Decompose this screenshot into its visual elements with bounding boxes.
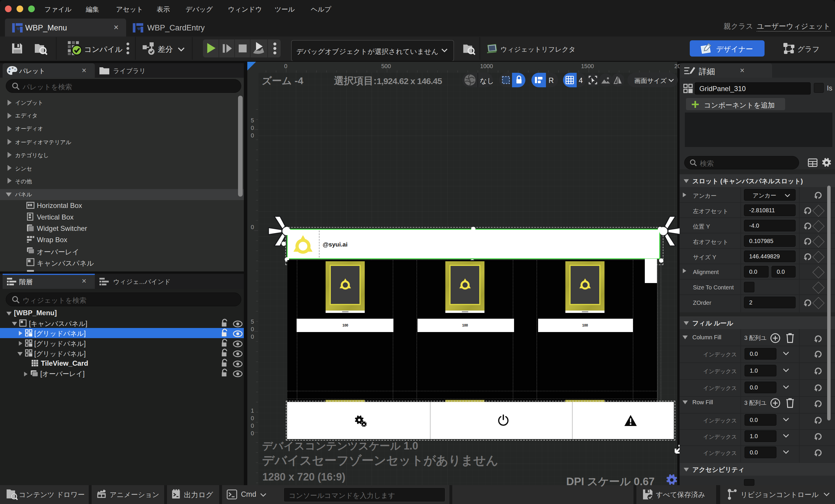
svg-text:0: 0 bbox=[251, 224, 254, 230]
svg-text:1000: 1000 bbox=[480, 63, 493, 69]
svg-text:5: 5 bbox=[251, 318, 254, 325]
svg-text:1500: 1500 bbox=[581, 63, 594, 69]
svg-text:500: 500 bbox=[381, 63, 391, 69]
svg-text:0: 0 bbox=[251, 415, 254, 421]
svg-text:0: 0 bbox=[251, 132, 254, 139]
svg-text:0: 0 bbox=[251, 334, 254, 340]
svg-text:1: 1 bbox=[251, 407, 254, 414]
svg-text:0: 0 bbox=[251, 125, 254, 131]
svg-text:0: 0 bbox=[251, 423, 254, 429]
svg-text:0: 0 bbox=[251, 326, 254, 332]
svg-text:0: 0 bbox=[251, 430, 254, 437]
svg-text:0: 0 bbox=[284, 63, 287, 69]
svg-text:5: 5 bbox=[251, 117, 254, 123]
